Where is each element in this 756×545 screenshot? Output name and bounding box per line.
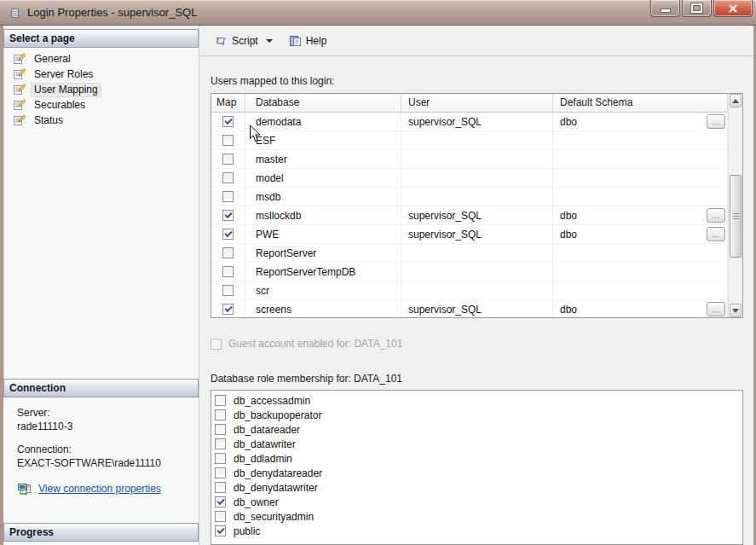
role-membership-label: Database role membership for: DATA_101 [211,373,402,385]
default-schema-cell[interactable]: dbo... [553,206,728,225]
database-cell[interactable]: screens [245,300,401,318]
database-cell[interactable]: ESF [245,131,401,150]
map-checkbox[interactable] [222,229,234,240]
database-cell[interactable]: model [245,169,401,188]
map-checkbox[interactable] [222,247,234,258]
map-checkbox[interactable] [222,266,234,277]
close-icon [728,4,738,13]
role-checkbox[interactable] [215,438,226,449]
help-button[interactable]: Help [285,32,331,50]
role-checkbox[interactable] [215,467,226,478]
column-header-database[interactable]: Database [245,94,401,113]
user-cell[interactable]: supervisor_SQL [401,206,553,225]
user-cell[interactable]: supervisor_SQL [401,113,553,131]
map-checkbox[interactable] [222,154,234,165]
user-cell[interactable] [401,188,553,206]
user-cell[interactable] [401,131,553,150]
map-checkbox[interactable] [222,172,234,183]
default-schema-cell[interactable] [553,281,728,300]
scroll-thumb[interactable] [730,175,742,258]
connection-header: Connection [3,379,199,397]
map-checkbox[interactable] [222,304,234,315]
browse-schema-button[interactable]: ... [707,208,725,223]
sidebar-item-securables[interactable]: Securables [4,97,199,113]
browse-schema-button[interactable]: ... [707,227,725,241]
role-checkbox[interactable] [215,424,226,435]
database-cell[interactable]: PWE [245,225,401,244]
table-row: msllockdbsupervisor_SQLdbo... [211,206,742,225]
role-checkbox[interactable] [215,525,226,536]
default-schema-cell[interactable] [553,263,728,281]
page-icon [12,113,26,127]
sidebar-item-general[interactable]: General [4,51,199,67]
role-checkbox[interactable] [215,496,226,507]
script-label: Script [232,35,258,47]
sidebar-item-user-mapping[interactable]: User Mapping [4,82,199,97]
browse-schema-button[interactable]: ... [707,114,725,129]
database-cell[interactable]: ReportServer [245,244,401,263]
database-cell[interactable]: msllockdb [245,206,401,225]
connection-panel: Server: rade11110-3 Connection: EXACT-SO… [3,397,199,523]
sidebar-item-status[interactable]: Status [4,113,199,128]
column-header-user[interactable]: User [401,94,553,113]
database-cell[interactable]: master [245,150,401,169]
table-body: demodatasupervisor_SQLdbo...ESFmastermod… [211,113,742,318]
user-cell[interactable]: supervisor_SQL [401,300,553,318]
default-schema-cell[interactable]: dbo... [553,225,728,244]
user-cell[interactable]: supervisor_SQL [401,225,553,244]
script-button[interactable]: Script [211,32,276,50]
map-checkbox[interactable] [222,116,234,127]
role-checkbox[interactable] [215,482,226,493]
server-label: Server: [17,406,193,420]
role-checkbox[interactable] [215,409,226,420]
role-checkbox[interactable] [215,453,226,464]
window-title: Login Properties - supervisor_SQL [27,6,197,19]
role-checkbox[interactable] [215,395,226,406]
map-checkbox[interactable] [222,135,234,146]
role-checkbox[interactable] [215,511,226,522]
database-cell[interactable]: demodata [245,113,401,131]
default-schema-cell[interactable]: dbo... [553,113,728,131]
user-cell[interactable] [401,150,553,169]
database-cell[interactable]: msdb [245,188,401,206]
default-schema-cell[interactable] [553,188,728,206]
default-schema-cell[interactable] [553,169,728,188]
database-cell[interactable]: scr [245,281,401,300]
table-row: ReportServerTempDB [211,263,742,281]
progress-panel [3,542,199,545]
sidebar-divider [199,26,199,545]
close-button[interactable] [713,0,753,17]
role-label: db_owner [234,496,279,508]
sidebar-item-server-roles[interactable]: Server Roles [4,67,199,82]
table-row: PWEsupervisor_SQLdbo... [211,225,742,244]
map-cell [211,281,245,300]
map-checkbox[interactable] [222,191,234,202]
table-scrollbar[interactable] [728,94,742,317]
table-row: master [211,150,742,169]
default-schema-cell[interactable]: dbo... [553,300,728,318]
scroll-up-button[interactable] [730,94,742,107]
titlebar: Login Properties - supervisor_SQL [0,0,756,26]
default-schema-cell[interactable] [553,150,728,169]
scroll-down-button[interactable] [730,304,742,317]
database-cell[interactable]: ReportServerTempDB [245,263,401,281]
toolbar: Script Help [199,26,753,56]
table-row: ESF [211,131,742,150]
view-connection-properties-link[interactable]: View connection properties [38,483,161,495]
column-header-map[interactable]: Map [211,94,245,113]
database-login-icon [8,6,21,20]
default-schema-cell[interactable] [553,131,728,150]
user-cell[interactable] [401,263,553,281]
column-header-default-schema[interactable]: Default Schema [553,94,728,113]
script-dropdown-arrow-icon [266,39,273,43]
user-cell[interactable] [401,169,553,188]
map-checkbox[interactable] [222,285,234,296]
default-schema-cell[interactable] [553,244,728,263]
map-cell [211,225,245,244]
user-cell[interactable] [401,244,553,263]
minimize-button[interactable] [650,0,680,17]
maximize-button[interactable] [682,0,712,17]
user-cell[interactable] [401,281,553,300]
browse-schema-button[interactable]: ... [707,302,725,316]
map-checkbox[interactable] [222,210,234,221]
